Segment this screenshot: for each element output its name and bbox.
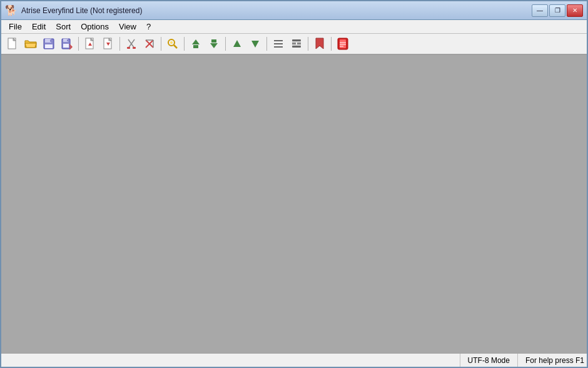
new-doc-icon: [7, 38, 18, 50]
svg-rect-19: [127, 47, 130, 49]
separator-4: [184, 37, 185, 51]
fire-button[interactable]: [334, 36, 352, 52]
separator-3: [161, 37, 161, 51]
import-icon: [84, 38, 96, 50]
up-button[interactable]: [228, 36, 246, 52]
open-folder-icon: [24, 38, 37, 49]
svg-rect-9: [67, 39, 68, 41]
svg-marker-28: [192, 39, 200, 44]
fire-icon: [337, 38, 348, 50]
bookmark-button[interactable]: [311, 36, 328, 52]
separator-1: [78, 37, 79, 51]
title-bar-left: 🐕 Atrise Everyfind Lite (Not registered): [5, 4, 142, 17]
move-bottom-icon: [208, 38, 220, 49]
search-button[interactable]: [164, 36, 181, 52]
save-button[interactable]: [40, 36, 58, 52]
svg-rect-37: [292, 39, 301, 41]
status-bar: UTF-8 Mode For help press F1: [1, 353, 587, 367]
bookmark-icon: [314, 38, 325, 50]
svg-rect-44: [340, 39, 346, 48]
save-icon: [43, 38, 54, 49]
svg-rect-4: [45, 44, 53, 48]
export-button[interactable]: [99, 36, 117, 52]
svg-marker-30: [210, 43, 218, 48]
close-button[interactable]: ✕: [567, 4, 583, 17]
separator-8: [331, 37, 332, 51]
svg-point-27: [170, 41, 173, 44]
svg-marker-33: [251, 41, 259, 48]
import-button[interactable]: [81, 36, 99, 52]
svg-rect-29: [193, 45, 198, 48]
svg-line-26: [174, 45, 177, 48]
status-encoding: UTF-8 Mode: [468, 356, 510, 365]
svg-rect-39: [297, 43, 301, 44]
search-icon: [166, 38, 179, 50]
menu-help[interactable]: ?: [141, 21, 156, 32]
svg-rect-36: [274, 46, 283, 48]
menu-file[interactable]: File: [4, 21, 27, 32]
svg-rect-34: [274, 40, 283, 41]
svg-rect-8: [63, 44, 69, 48]
status-right: For help press F1: [518, 354, 587, 367]
app-icon: 🐕: [5, 4, 18, 17]
list-view-icon: [273, 38, 284, 49]
delete-icon: [144, 38, 155, 49]
svg-rect-5: [50, 39, 51, 42]
list-view-button[interactable]: [270, 36, 287, 52]
status-help: For help press F1: [525, 356, 584, 365]
svg-rect-40: [292, 46, 301, 48]
svg-rect-38: [292, 43, 296, 44]
save-as-button[interactable]: [58, 36, 76, 52]
title-buttons: — ❐ ✕: [532, 4, 583, 17]
delete-button[interactable]: [141, 36, 158, 52]
svg-marker-32: [233, 40, 241, 47]
menu-bar: File Edit Sort Options View ?: [1, 20, 587, 34]
title-bar: 🐕 Atrise Everyfind Lite (Not registered)…: [1, 1, 587, 20]
move-bottom-button[interactable]: [205, 36, 223, 52]
window-title: Atrise Everyfind Lite (Not registered): [21, 6, 142, 15]
move-top-button[interactable]: [187, 36, 205, 52]
save-as-icon: [61, 38, 73, 49]
new-button[interactable]: [4, 36, 21, 52]
status-left: [1, 354, 460, 367]
svg-rect-20: [133, 47, 136, 49]
menu-sort[interactable]: Sort: [51, 21, 76, 32]
separator-6: [266, 37, 267, 51]
status-center: UTF-8 Mode: [460, 354, 518, 367]
up-icon: [231, 38, 243, 49]
open-button[interactable]: [22, 36, 39, 52]
separator-2: [119, 37, 120, 51]
detail-view-icon: [291, 38, 302, 49]
separator-5: [225, 37, 226, 51]
svg-rect-31: [211, 39, 216, 43]
menu-edit[interactable]: Edit: [27, 21, 51, 32]
move-top-icon: [190, 38, 201, 49]
export-icon: [103, 38, 114, 50]
cut-button[interactable]: [123, 36, 140, 52]
down-icon: [250, 38, 261, 49]
menu-view[interactable]: View: [114, 21, 141, 32]
menu-options[interactable]: Options: [76, 21, 114, 32]
restore-button[interactable]: ❐: [549, 4, 565, 17]
separator-7: [308, 37, 308, 51]
down-button[interactable]: [246, 36, 264, 52]
svg-rect-35: [274, 43, 283, 44]
toolbar: [1, 34, 587, 55]
detail-view-button[interactable]: [288, 36, 305, 52]
minimize-button[interactable]: —: [532, 4, 548, 17]
main-content: [1, 55, 587, 353]
cut-icon: [126, 38, 137, 49]
